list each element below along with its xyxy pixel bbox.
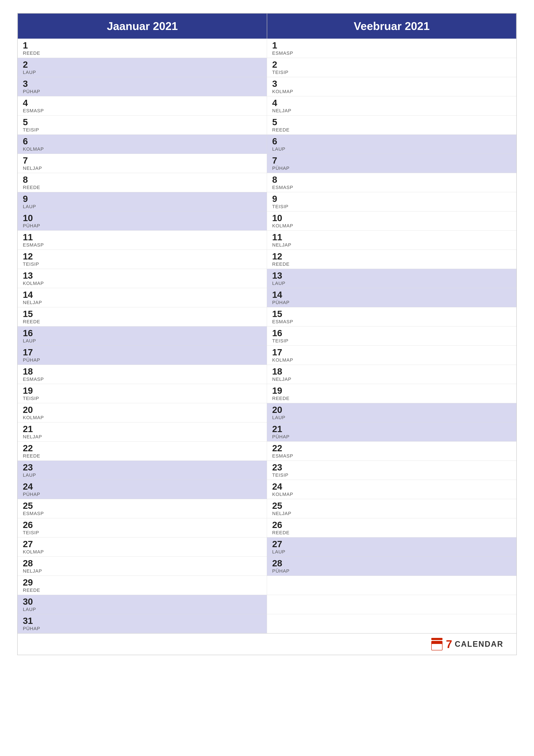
feb-day-cell: 15ESMASP xyxy=(267,307,516,327)
day-name: REEDE xyxy=(23,185,262,190)
calendar-svg xyxy=(431,641,443,650)
feb-empty-cell xyxy=(267,614,516,634)
day-number: 12 xyxy=(272,252,511,261)
day-number: 30 xyxy=(23,597,262,606)
day-number: 4 xyxy=(23,98,262,108)
day-row: 9LAUP9TEISIP xyxy=(18,192,516,211)
day-name: TEISIP xyxy=(23,530,262,535)
feb-day-cell: 17KOLMAP xyxy=(267,346,516,365)
day-name: REEDE xyxy=(272,396,511,401)
jan-day-cell: 29REEDE xyxy=(18,576,267,595)
feb-empty-cell xyxy=(267,576,516,595)
day-row: 19TEISIP19REEDE xyxy=(18,384,516,403)
day-name: NELJAP xyxy=(23,166,262,171)
jan-day-cell: 5TEISIP xyxy=(18,116,267,135)
jan-day-cell: 1REEDE xyxy=(18,39,267,58)
feb-day-cell: 7PÜHAP xyxy=(267,154,516,173)
day-number: 28 xyxy=(23,559,262,568)
feb-day-cell: 21PÜHAP xyxy=(267,422,516,442)
day-name: PÜHAP xyxy=(272,166,511,171)
day-number: 16 xyxy=(23,329,262,338)
jan-day-cell: 13KOLMAP xyxy=(18,269,267,288)
feb-day-cell: 22ESMASP xyxy=(267,442,516,461)
day-number: 27 xyxy=(23,540,262,549)
jan-day-cell: 7NELJAP xyxy=(18,154,267,173)
feb-day-cell: 14PÜHAP xyxy=(267,288,516,307)
feb-day-cell: 11NELJAP xyxy=(267,230,516,250)
day-name: TEISIP xyxy=(272,69,511,75)
day-name: TEISIP xyxy=(23,261,262,267)
day-number: 6 xyxy=(23,137,262,146)
day-number: 15 xyxy=(272,310,511,318)
jan-day-cell: 23LAUP xyxy=(18,461,267,480)
feb-day-cell: 5REEDE xyxy=(267,116,516,135)
feb-day-cell: 25NELJAP xyxy=(267,499,516,518)
jan-day-cell: 12TEISIP xyxy=(18,250,267,269)
day-name: REEDE xyxy=(272,530,511,535)
day-number: 29 xyxy=(23,578,262,587)
day-number: 24 xyxy=(272,482,511,491)
february-title: Veebruar 2021 xyxy=(354,20,430,32)
day-number: 8 xyxy=(23,175,262,184)
day-row: 22REEDE22ESMASP xyxy=(18,442,516,461)
day-name: ESMASP xyxy=(272,319,511,325)
day-row: 21NELJAP21PÜHAP xyxy=(18,422,516,442)
day-number: 3 xyxy=(23,79,262,88)
day-row: 20KOLMAP20LAUP xyxy=(18,403,516,422)
day-row: 12TEISIP12REEDE xyxy=(18,250,516,269)
feb-day-cell: 23TEISIP xyxy=(267,461,516,480)
jan-day-cell: 27KOLMAP xyxy=(18,537,267,557)
day-number: 17 xyxy=(272,348,511,357)
day-number: 18 xyxy=(23,367,262,376)
day-number: 26 xyxy=(272,521,511,529)
day-row: 13KOLMAP13LAUP xyxy=(18,269,516,288)
day-number: 7 xyxy=(23,156,262,165)
day-name: ESMASP xyxy=(272,50,511,56)
feb-day-cell: 4NELJAP xyxy=(267,96,516,116)
jan-day-cell: 31PÜHAP xyxy=(18,614,267,634)
feb-day-cell: 16TEISIP xyxy=(267,327,516,346)
feb-day-cell: 2TEISIP xyxy=(267,58,516,77)
feb-day-cell: 26REEDE xyxy=(267,518,516,537)
logo-bar xyxy=(431,638,443,640)
day-row: 2LAUP2TEISIP xyxy=(18,58,516,77)
day-name: REEDE xyxy=(272,127,511,133)
day-row: 14NELJAP14PÜHAP xyxy=(18,288,516,307)
day-number: 25 xyxy=(272,501,511,510)
january-title: Jaanuar 2021 xyxy=(107,20,178,32)
calendar-icon xyxy=(431,638,443,650)
day-row: 28NELJAP28PÜHAP xyxy=(18,557,516,576)
day-number: 23 xyxy=(23,463,262,472)
jan-day-cell: 25ESMASP xyxy=(18,499,267,518)
jan-day-cell: 28NELJAP xyxy=(18,557,267,576)
day-name: KOLMAP xyxy=(23,549,262,555)
day-row: 18ESMASP18NELJAP xyxy=(18,365,516,384)
feb-day-cell: 8ESMASP xyxy=(267,173,516,192)
feb-day-cell: 12REEDE xyxy=(267,250,516,269)
day-name: REEDE xyxy=(23,453,262,459)
day-name: PÜHAP xyxy=(272,568,511,574)
day-name: ESMASP xyxy=(23,511,262,516)
day-number: 19 xyxy=(23,386,262,395)
jan-day-cell: 15REEDE xyxy=(18,307,267,327)
all-day-rows: 1REEDE1ESMASP2LAUP2TEISIP3PÜHAP3KOLMAP4E… xyxy=(18,39,516,634)
month-headers: Jaanuar 2021 Veebruar 2021 xyxy=(18,14,516,39)
jan-day-cell: 16LAUP xyxy=(18,327,267,346)
day-number: 28 xyxy=(272,559,511,568)
feb-day-cell: 6LAUP xyxy=(267,135,516,154)
jan-day-cell: 4ESMASP xyxy=(18,96,267,116)
day-number: 2 xyxy=(272,60,511,69)
day-name: NELJAP xyxy=(272,108,511,114)
day-name: KOLMAP xyxy=(272,492,511,497)
jan-day-cell: 14NELJAP xyxy=(18,288,267,307)
day-number: 23 xyxy=(272,463,511,472)
footer: 7 CALENDAR xyxy=(18,634,516,655)
day-number: 1 xyxy=(23,41,262,50)
day-name: TEISIP xyxy=(272,338,511,344)
day-name: LAUP xyxy=(272,549,511,555)
feb-empty-cell xyxy=(267,595,516,614)
jan-day-cell: 9LAUP xyxy=(18,192,267,211)
feb-day-cell: 1ESMASP xyxy=(267,39,516,58)
day-number: 10 xyxy=(23,214,262,223)
day-row: 8REEDE8ESMASP xyxy=(18,173,516,192)
